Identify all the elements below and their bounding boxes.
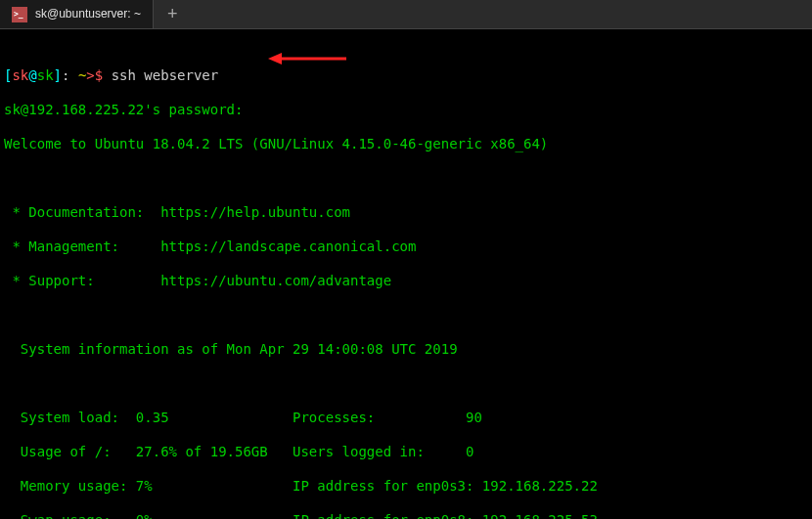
sysinfo-row-3: Memory usage: 7% IP address for enp0s3: … [4,478,808,496]
tab-title: sk@ubuntuserver: ~ [35,7,141,22]
sysinfo-row-1: System load: 0.35 Processes: 90 [4,410,808,427]
sysinfo-row-4: Swap usage: 0% IP address for enp0s8: 19… [4,512,808,519]
new-tab-button[interactable]: + [154,0,192,28]
welcome-line: Welcome to Ubuntu 18.04.2 LTS (GNU/Linux… [4,136,808,153]
sysinfo-header: System information as of Mon Apr 29 14:0… [4,341,808,359]
management-line: * Management: https://landscape.canonica… [4,238,808,256]
terminal-tab-active[interactable]: sk@ubuntuserver: ~ [0,0,154,28]
blank [4,375,808,393]
annotation-arrow [235,33,313,49]
svg-marker-1 [268,53,282,65]
prompt-sep: : [62,67,78,83]
prompt-at: @ [28,67,36,83]
prompt-ps: >$ [86,67,111,83]
support-line: * Support: https://ubuntu.com/advantage [4,273,808,290]
password-prompt: sk@192.168.225.22's password: [4,102,808,119]
sysinfo-row-2: Usage of /: 27.6% of 19.56GB Users logge… [4,444,808,461]
tab-bar: sk@ubuntuserver: ~ + [0,0,812,29]
prompt-host: sk [37,67,54,83]
prompt-line-1: [sk@sk]: ~>$ ssh webserver [4,67,808,85]
bracket-close: ] [54,67,62,83]
prompt-user: sk [12,67,28,83]
terminal-viewport[interactable]: [sk@sk]: ~>$ ssh webserver sk@192.168.22… [0,29,812,519]
plus-icon: + [167,3,178,25]
documentation-line: * Documentation: https://help.ubuntu.com [4,204,808,222]
typed-command: ssh webserver [112,67,219,83]
blank [4,307,808,324]
blank [4,170,808,188]
terminal-icon [12,7,27,22]
